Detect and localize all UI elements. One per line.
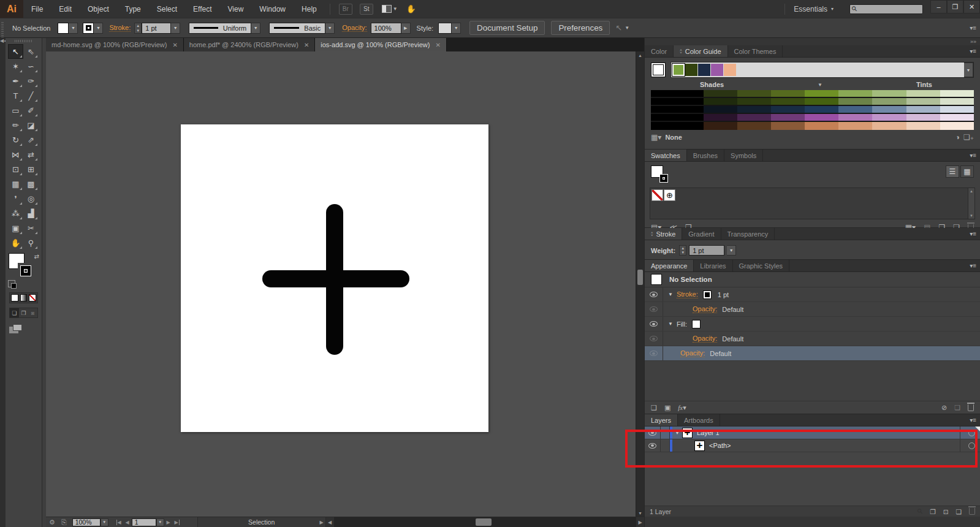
color-variation-swatch[interactable]	[737, 122, 771, 130]
color-variation-swatch[interactable]	[737, 114, 771, 121]
tab-stroke[interactable]: ˄˅Stroke	[645, 228, 682, 240]
color-variation-swatch[interactable]	[704, 98, 737, 105]
weight-field[interactable]: 1 pt	[689, 245, 724, 256]
color-variation-swatch[interactable]	[906, 114, 940, 121]
close-icon[interactable]: ✕	[304, 42, 309, 48]
menu-view[interactable]: View	[220, 0, 252, 18]
chevron-down-icon[interactable]: ▼	[251, 23, 260, 34]
perspective-grid-tool[interactable]: ⊞	[23, 162, 39, 176]
appearance-row[interactable]: Opacity:Default	[645, 302, 980, 317]
color-variation-swatch[interactable]	[906, 98, 940, 105]
mini-stroke-swatch[interactable]	[658, 172, 669, 184]
color-variation-swatch[interactable]	[872, 106, 906, 113]
brush-definition-dropdown[interactable]: Basic	[269, 23, 325, 34]
layer-name[interactable]: <Path>	[709, 442, 731, 449]
opacity-field[interactable]: 100%	[371, 23, 401, 34]
make-clipping-mask-icon[interactable]: ❐	[930, 508, 935, 515]
expand-panels-icon[interactable]: »»	[970, 39, 976, 45]
color-variation-swatch[interactable]	[704, 114, 737, 121]
direct-selection-tool[interactable]: ⇖	[23, 44, 39, 59]
symbol-sprayer-tool[interactable]: ⁂	[8, 206, 23, 221]
slice-tool[interactable]: ✂	[23, 221, 39, 235]
panel-menu-icon[interactable]: ▾≡	[966, 228, 980, 240]
gradient-button[interactable]	[20, 294, 28, 301]
visibility-eye-icon[interactable]	[650, 292, 658, 297]
color-variation-swatch[interactable]	[805, 98, 838, 105]
grid-view-icon[interactable]: ▦	[960, 165, 974, 178]
stroke-panel-link[interactable]: Stroke:	[109, 24, 131, 32]
scroll-up-icon[interactable]: ▲	[636, 51, 644, 59]
color-variation-swatch[interactable]	[906, 106, 940, 113]
shape-builder-tool[interactable]: ⊡	[8, 162, 23, 176]
color-variation-swatch[interactable]	[906, 90, 940, 97]
screen-mode-icon[interactable]	[9, 324, 23, 333]
fill-swatch[interactable]	[692, 320, 701, 328]
color-variation-swatch[interactable]	[651, 122, 704, 130]
preferences-button[interactable]: Preferences	[551, 21, 610, 35]
lasso-tool[interactable]: ∽	[23, 59, 39, 74]
tab-graphic-styles[interactable]: Graphic Styles	[733, 260, 790, 271]
lock-column[interactable]	[661, 427, 670, 439]
workspace-switcher[interactable]: Essentials ▾	[784, 4, 842, 15]
stroke-swatch[interactable]	[83, 23, 94, 34]
artboard-number-field[interactable]: 1	[132, 518, 156, 526]
layer-row[interactable]: +<Path>	[645, 439, 980, 452]
select-similar-icon[interactable]: ↖	[615, 23, 622, 32]
tab-layers[interactable]: Layers	[645, 414, 678, 426]
paintbrush-tool[interactable]: ✐	[23, 103, 39, 118]
rotate-tool[interactable]: ↻	[8, 132, 23, 147]
color-variation-swatch[interactable]	[737, 98, 771, 105]
artboard-tool[interactable]: ▣	[8, 221, 23, 235]
line-segment-tool[interactable]: ╱	[23, 88, 39, 103]
tab-color[interactable]: Color	[645, 45, 674, 57]
target-circle-icon[interactable]	[968, 430, 975, 436]
draw-inside-icon[interactable]: ◙	[28, 308, 37, 317]
color-variation-swatch[interactable]	[651, 106, 704, 113]
save-group-to-swatches-icon[interactable]: ❏₊	[963, 133, 974, 142]
fill-swatch[interactable]	[58, 23, 69, 34]
tab-gradient[interactable]: Gradient	[682, 228, 721, 240]
appearance-attribute-label[interactable]: Opacity:	[693, 305, 717, 313]
color-variation-swatch[interactable]	[940, 114, 974, 121]
add-new-fill-icon[interactable]: ▣	[664, 404, 670, 412]
clear-appearance-icon[interactable]: ⊘	[941, 404, 947, 412]
visibility-eye-icon[interactable]	[650, 336, 658, 341]
visibility-eye-icon[interactable]	[650, 321, 658, 327]
canvas[interactable]	[46, 51, 636, 517]
harmony-rules-dropdown[interactable]: ▼	[964, 63, 973, 77]
color-variation-swatch[interactable]	[805, 122, 838, 130]
scroll-up-icon[interactable]: ▲	[970, 189, 973, 193]
style-swatch[interactable]	[438, 23, 452, 34]
layer-row[interactable]: ▼+Layer 1	[645, 427, 980, 439]
tab-brushes[interactable]: Brushes	[687, 150, 724, 161]
color-variation-swatch[interactable]	[651, 90, 704, 97]
color-variation-swatch[interactable]	[771, 90, 805, 97]
panel-menu-icon[interactable]: ▾≡	[966, 45, 980, 57]
curvature-tool[interactable]: ✑	[23, 74, 39, 88]
color-button[interactable]	[11, 294, 18, 301]
scroll-left-icon[interactable]: ◀	[326, 517, 334, 527]
menu-window[interactable]: Window	[251, 0, 294, 18]
mesh-tool[interactable]: ▦	[8, 176, 23, 191]
color-variation-swatch[interactable]	[872, 90, 906, 97]
stroke-color-control[interactable]: ▼	[83, 23, 103, 34]
width-tool[interactable]: ⋈	[8, 147, 23, 162]
menu-edit[interactable]: Edit	[51, 0, 80, 18]
width-profile-dropdown[interactable]: Uniform	[189, 23, 251, 34]
swap-fill-stroke-icon[interactable]: ⇄	[34, 253, 39, 260]
harmony-chip[interactable]	[724, 64, 736, 76]
weight-stepper[interactable]: ▲▼	[679, 245, 686, 256]
base-color-swatch[interactable]	[651, 63, 666, 77]
horizontal-scrollbar[interactable]: ◀ ▶	[326, 517, 644, 527]
gpu-settings-icon[interactable]: ⚙	[49, 518, 55, 526]
vertical-scroll-thumb[interactable]	[637, 270, 643, 285]
search-input[interactable]: ⚲	[849, 4, 923, 14]
layer-thumbnail[interactable]: +	[682, 428, 693, 438]
duplicate-item-icon[interactable]: ❏	[954, 404, 960, 412]
tab-color-themes[interactable]: Color Themes	[728, 45, 783, 57]
vertical-scrollbar[interactable]: ▲ ▼	[636, 51, 644, 517]
color-variation-swatch[interactable]	[940, 106, 974, 113]
chevron-down-icon[interactable]: ▼	[69, 23, 78, 34]
registration-swatch[interactable]: ⊕	[664, 189, 675, 201]
mini-fill-stroke-indicator[interactable]	[651, 165, 672, 185]
